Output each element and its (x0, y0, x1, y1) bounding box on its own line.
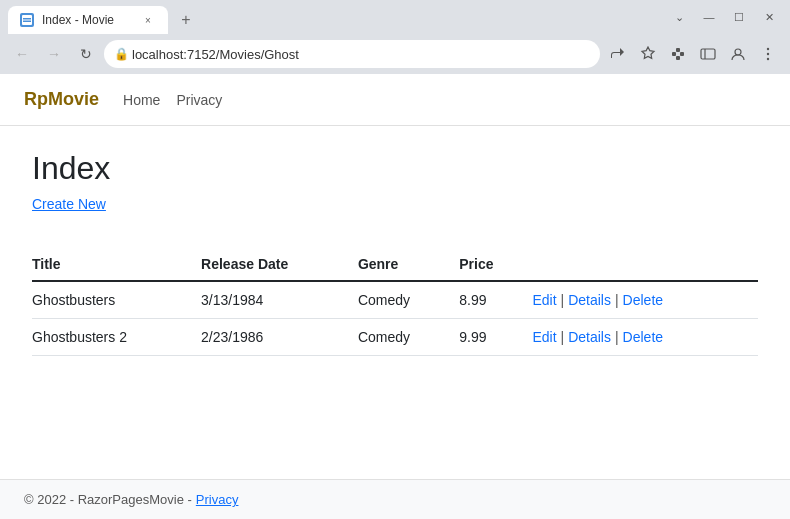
tab-close-button[interactable]: × (140, 12, 156, 28)
address-wrap: 🔒 (104, 40, 600, 68)
brand-movie: Movie (48, 89, 99, 109)
brand-rp: Rp (24, 89, 48, 109)
sep1: | (561, 292, 565, 308)
col-genre: Genre (358, 248, 459, 281)
cell-release-date: 2/23/1986 (201, 319, 358, 356)
share-icon[interactable] (604, 40, 632, 68)
reload-icon: ↻ (80, 46, 92, 62)
cell-title: Ghostbusters 2 (32, 319, 201, 356)
footer-copyright: © 2022 - RazorPagesMovie - (24, 492, 192, 507)
chevron-button[interactable]: ⌄ (666, 4, 692, 30)
col-title: Title (32, 248, 201, 281)
table-row: Ghostbusters 2 2/23/1986 Comedy 9.99 Edi… (32, 319, 758, 356)
cell-price: 9.99 (459, 319, 532, 356)
address-input[interactable] (104, 40, 600, 68)
window-controls: ⌄ — ☐ ✕ (666, 4, 782, 30)
svg-rect-0 (22, 15, 32, 25)
details-link[interactable]: Details (568, 329, 611, 345)
forward-button[interactable]: → (40, 40, 68, 68)
svg-rect-3 (672, 52, 676, 56)
tab-favicon (20, 13, 34, 27)
svg-rect-4 (680, 52, 684, 56)
col-actions (532, 248, 758, 281)
edit-link[interactable]: Edit (532, 329, 556, 345)
site-nav: RpMovie Home Privacy (0, 74, 790, 126)
svg-rect-1 (23, 18, 31, 20)
menu-icon[interactable] (754, 40, 782, 68)
back-icon: ← (15, 46, 29, 62)
reload-button[interactable]: ↻ (72, 40, 100, 68)
maximize-button[interactable]: ☐ (726, 4, 752, 30)
cell-release-date: 3/13/1984 (201, 281, 358, 319)
tab-area: Index - Movie × + (8, 0, 658, 34)
minimize-button[interactable]: — (696, 4, 722, 30)
new-tab-button[interactable]: + (172, 6, 200, 34)
sep2: | (615, 292, 619, 308)
browser-window: Index - Movie × + ⌄ — ☐ ✕ ← → ↻ 🔒 (0, 0, 790, 519)
svg-point-11 (767, 53, 769, 55)
sep1: | (561, 329, 565, 345)
svg-rect-6 (676, 56, 680, 60)
svg-rect-5 (676, 48, 680, 52)
back-button[interactable]: ← (8, 40, 36, 68)
profile-icon[interactable] (724, 40, 752, 68)
cell-genre: Comedy (358, 319, 459, 356)
sep2: | (615, 329, 619, 345)
site-footer: © 2022 - RazorPagesMovie - Privacy (0, 479, 790, 519)
page-title: Index (32, 150, 758, 187)
star-icon[interactable] (634, 40, 662, 68)
tab-title: Index - Movie (42, 13, 132, 27)
footer-privacy-link[interactable]: Privacy (196, 492, 239, 507)
cell-actions: Edit | Details | Delete (532, 281, 758, 319)
extensions-icon[interactable] (664, 40, 692, 68)
table-header-row: Title Release Date Genre Price (32, 248, 758, 281)
nav-home[interactable]: Home (123, 92, 160, 108)
title-bar: Index - Movie × + ⌄ — ☐ ✕ (0, 0, 790, 34)
cell-title: Ghostbusters (32, 281, 201, 319)
delete-link[interactable]: Delete (623, 329, 663, 345)
cell-genre: Comedy (358, 281, 459, 319)
toolbar-icons (604, 40, 782, 68)
nav-privacy[interactable]: Privacy (176, 92, 222, 108)
col-release-date: Release Date (201, 248, 358, 281)
active-tab[interactable]: Index - Movie × (8, 6, 168, 34)
page-content: RpMovie Home Privacy Index Create New Ti… (0, 74, 790, 519)
edit-link[interactable]: Edit (532, 292, 556, 308)
movies-table: Title Release Date Genre Price Ghostbust… (32, 248, 758, 356)
svg-point-9 (735, 49, 741, 55)
table-row: Ghostbusters 3/13/1984 Comedy 8.99 Edit … (32, 281, 758, 319)
details-link[interactable]: Details (568, 292, 611, 308)
close-button[interactable]: ✕ (756, 4, 782, 30)
col-price: Price (459, 248, 532, 281)
main-content: Index Create New Title Release Date Genr… (0, 126, 790, 479)
create-new-link[interactable]: Create New (32, 196, 106, 212)
svg-rect-2 (23, 21, 31, 23)
svg-point-12 (767, 58, 769, 60)
svg-point-10 (767, 48, 769, 50)
address-bar: ← → ↻ 🔒 (0, 34, 790, 74)
sidebar-icon[interactable] (694, 40, 722, 68)
forward-icon: → (47, 46, 61, 62)
svg-rect-7 (701, 49, 715, 59)
cell-actions: Edit | Details | Delete (532, 319, 758, 356)
cell-price: 8.99 (459, 281, 532, 319)
delete-link[interactable]: Delete (623, 292, 663, 308)
nav-links: Home Privacy (123, 92, 222, 108)
lock-icon: 🔒 (114, 47, 129, 61)
site-brand: RpMovie (24, 89, 99, 110)
